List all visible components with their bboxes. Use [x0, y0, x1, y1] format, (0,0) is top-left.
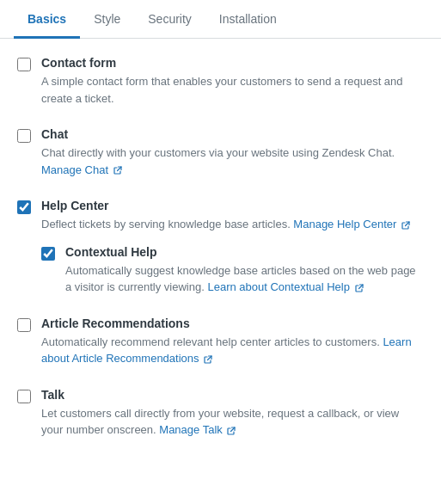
- talk-checkbox-wrap[interactable]: [17, 390, 31, 406]
- external-link-icon: [204, 355, 212, 364]
- chat-body: Chat Chat directly with your customers v…: [41, 127, 424, 178]
- channel-contextual-help: Contextual Help Automatically suggest kn…: [41, 245, 424, 296]
- tab-basics[interactable]: Basics: [14, 0, 80, 39]
- contextual-help-title: Contextual Help: [65, 245, 424, 259]
- tab-style[interactable]: Style: [80, 0, 134, 39]
- talk-body: Talk Let customers call directly from yo…: [41, 388, 424, 439]
- tabs-nav: Basics Style Security Installation: [0, 0, 441, 39]
- contextual-help-desc: Automatically suggest knowledge base art…: [65, 262, 424, 296]
- main-content: Contact form A simple contact form that …: [0, 39, 441, 476]
- manage-chat-link[interactable]: Manage Chat: [41, 163, 122, 176]
- contextual-help-checkbox[interactable]: [41, 247, 55, 261]
- external-link-icon: [355, 284, 364, 292]
- contact-form-checkbox-wrap[interactable]: [17, 58, 31, 74]
- help-center-desc: Deflect tickets by serving knowledge bas…: [41, 216, 424, 233]
- contact-form-checkbox[interactable]: [17, 58, 31, 71]
- article-rec-checkbox[interactable]: [17, 318, 31, 332]
- learn-article-rec-link[interactable]: Learn about Article Recommendations: [41, 335, 412, 366]
- chat-title: Chat: [41, 127, 424, 141]
- talk-checkbox[interactable]: [17, 390, 31, 403]
- channel-chat: Chat Chat directly with your customers v…: [17, 127, 424, 178]
- article-rec-body: Article Recommendations Automatically re…: [41, 317, 424, 367]
- manage-help-center-link[interactable]: Manage Help Center: [293, 218, 410, 230]
- talk-title: Talk: [41, 388, 424, 402]
- contact-form-title: Contact form: [41, 56, 424, 70]
- tab-installation[interactable]: Installation: [205, 0, 291, 39]
- talk-desc: Let customers call directly from your we…: [41, 405, 424, 439]
- article-rec-checkbox-wrap[interactable]: [17, 318, 31, 335]
- contextual-help-checkbox-wrap[interactable]: [41, 247, 55, 263]
- external-link-icon: [113, 166, 122, 175]
- channel-contact-form: Contact form A simple contact form that …: [17, 56, 424, 107]
- chat-desc: Chat directly with your customers via yo…: [41, 144, 424, 178]
- external-link-icon: [401, 221, 410, 230]
- external-link-icon: [227, 427, 236, 435]
- tab-security[interactable]: Security: [134, 0, 205, 39]
- help-center-body: Help Center Deflect tickets by serving k…: [41, 199, 424, 296]
- learn-contextual-help-link[interactable]: Learn about Contextual Help: [207, 280, 363, 293]
- manage-talk-link[interactable]: Manage Talk: [159, 423, 236, 436]
- contextual-help-body: Contextual Help Automatically suggest kn…: [65, 245, 424, 296]
- chat-checkbox[interactable]: [17, 129, 31, 143]
- contact-form-desc: A simple contact form that enables your …: [41, 73, 424, 107]
- channel-talk: Talk Let customers call directly from yo…: [17, 388, 424, 439]
- article-rec-desc: Automatically recommend relevant help ce…: [41, 334, 424, 367]
- contact-form-body: Contact form A simple contact form that …: [41, 56, 424, 107]
- chat-checkbox-wrap[interactable]: [17, 129, 31, 145]
- channel-help-center: Help Center Deflect tickets by serving k…: [17, 199, 424, 296]
- help-center-checkbox-wrap[interactable]: [17, 200, 31, 217]
- article-rec-title: Article Recommendations: [41, 317, 424, 330]
- channel-article-recommendations: Article Recommendations Automatically re…: [17, 317, 424, 367]
- help-center-title: Help Center: [41, 199, 424, 212]
- help-center-checkbox[interactable]: [17, 200, 31, 214]
